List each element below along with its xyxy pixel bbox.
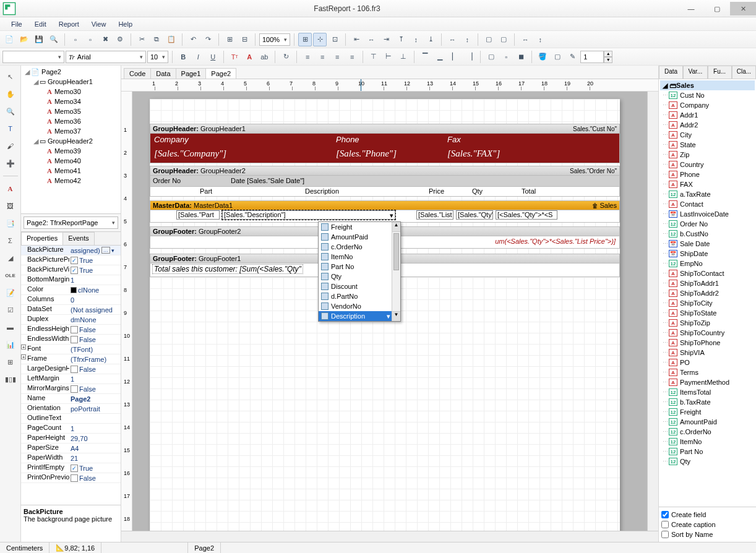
data-field-shiptocontact[interactable]: ⋯AShipToContact <box>660 268 755 278</box>
prop-row-PaperWidth[interactable]: PaperWidth21 <box>21 453 121 463</box>
text-tool[interactable]: T <box>3 121 18 136</box>
align-left-button[interactable]: ≡ <box>301 50 314 64</box>
data-field-addr2[interactable]: ⋯AAddr2 <box>660 120 755 130</box>
data-field-shiptostate[interactable]: ⋯AShipToState <box>660 308 755 318</box>
col-description[interactable]: Description <box>305 187 339 195</box>
show-grid-button[interactable]: ⊞ <box>298 33 312 46</box>
highlight-button[interactable]: ab <box>257 50 271 64</box>
data-field-total[interactable]: [<Sales."Qty">*<S <box>496 210 557 220</box>
same-width-button[interactable]: ↔ <box>518 33 532 46</box>
align-vcenter-button[interactable]: ↕ <box>409 33 423 46</box>
dropdown-scrollbar[interactable]: ▲ ▼ <box>392 222 400 321</box>
align-top-button[interactable]: ⊤ <box>367 50 380 64</box>
align-right-button[interactable]: ≡ <box>330 50 344 64</box>
frame-width-spin[interactable]: ▲▼ <box>580 51 612 63</box>
dropdown-item-description[interactable]: Description▾ <box>319 311 400 321</box>
tab-code[interactable]: Code <box>124 68 151 79</box>
field-phone[interactable]: [Sales."Phone"] <box>336 148 397 159</box>
prop-row-PrintOnPrevio[interactable]: PrintOnPrevio False <box>21 473 121 483</box>
tab-data[interactable]: Data <box>150 68 176 79</box>
shape-object[interactable]: ◢ <box>3 251 18 265</box>
frame-all-button[interactable]: ▢ <box>484 50 498 64</box>
report-tree[interactable]: ◢📄 Page2 ◢▭ GroupHeader1 AMemo30AMemo34A… <box>21 66 121 214</box>
minimize-button[interactable]: — <box>678 2 704 15</box>
data-field-qty[interactable]: ⋯12Qty <box>660 457 755 466</box>
data-field-part[interactable]: [Sales."Part <box>176 210 220 220</box>
zoom-tool[interactable]: 🔍 <box>3 104 18 119</box>
data-field-zip[interactable]: ⋯AZip <box>660 150 755 160</box>
copy-button[interactable]: ⧉ <box>150 33 163 46</box>
open-button[interactable]: 📂 <box>17 33 31 46</box>
select-tool[interactable]: ↖ <box>3 69 18 84</box>
frame-none-button[interactable]: ▫ <box>499 50 513 64</box>
prop-row-BackPicturePr[interactable]: BackPicturePr✓ True <box>21 255 121 265</box>
align-hcenter-button[interactable]: ↔ <box>364 33 378 46</box>
align-left-edge-button[interactable]: ⇤ <box>350 33 363 46</box>
data-field-lastinvoicedate[interactable]: ⋯📅LastInvoiceDate <box>660 209 755 219</box>
frame-color-button[interactable]: ▢ <box>551 50 564 64</box>
opt-create-field[interactable]: Create field <box>661 510 754 520</box>
chart-object[interactable]: 📊 <box>3 337 18 352</box>
group-button[interactable]: ⊞ <box>223 33 236 46</box>
sum-expr[interactable]: um(<Sales."Qty">*<Sales."List Price">)] <box>495 238 616 245</box>
data-field-phone[interactable]: ⋯APhone <box>660 169 755 179</box>
redo-button[interactable]: ↷ <box>201 33 215 46</box>
zoom-combo[interactable]: 100% <box>259 33 290 46</box>
data-field-contact[interactable]: ⋯AContact <box>660 199 755 209</box>
tab-functions[interactable]: Fu... <box>708 66 732 79</box>
data-field-fax[interactable]: ⋯AFAX <box>660 179 755 189</box>
prop-row-Duplex[interactable]: DuplexdmNone <box>21 315 121 325</box>
bold-button[interactable]: B <box>176 50 190 64</box>
gradient-object[interactable]: ▬ <box>3 320 18 335</box>
data-field-empno[interactable]: ⋯12EmpNo <box>660 259 755 268</box>
canvas-vscroll[interactable] <box>647 92 658 531</box>
data-field-b-custno[interactable]: ⋯12b.CustNo <box>660 229 755 239</box>
tree-item-memo37[interactable]: AMemo37 <box>22 126 119 136</box>
dropdown-item-vendorno[interactable]: VendorNo <box>319 301 400 311</box>
band-header-gh2[interactable]: GroupHeader: GroupHeader2 Sales."Order N… <box>150 166 620 176</box>
data-field-paymentmethod[interactable]: ⋯APaymentMethod <box>660 377 755 387</box>
dropdown-item-part-no[interactable]: Part No <box>319 262 400 272</box>
col-price[interactable]: Price <box>429 187 444 195</box>
dropdown-item-discount[interactable]: Discount <box>319 281 400 291</box>
frame-right-button[interactable]: ▕ <box>463 50 476 64</box>
data-field-terms[interactable]: ⋯ATerms <box>660 367 755 377</box>
subreport-object[interactable]: 📑 <box>3 216 18 231</box>
data-field-shiptocity[interactable]: ⋯AShipToCity <box>660 298 755 308</box>
tree-item-memo39[interactable]: AMemo39 <box>22 146 119 156</box>
data-field-a-taxrate[interactable]: ⋯12a.TaxRate <box>660 189 755 199</box>
center-v-button[interactable]: ▢ <box>497 33 510 46</box>
ungroup-button[interactable]: ⊟ <box>238 33 251 46</box>
prop-row-Columns[interactable]: Columns0 <box>21 295 121 305</box>
hand-tool[interactable]: ✋ <box>3 87 18 101</box>
fill-color-button[interactable]: 🪣 <box>536 50 549 64</box>
maximize-button[interactable]: ▢ <box>704 2 730 15</box>
field-fax[interactable]: [Sales."FAX"] <box>447 148 500 159</box>
data-tree[interactable]: ◢ 🗃 Sales ⋯12Cust No⋯ACompany⋯AAddr1⋯AAd… <box>659 79 756 507</box>
ole-object[interactable]: OLE <box>3 268 18 283</box>
dropdown-item-d-partno[interactable]: d.PartNo <box>319 291 400 301</box>
data-field-shipdate[interactable]: ⋯📅ShipDate <box>660 249 755 259</box>
center-h-button[interactable]: ▢ <box>482 33 496 46</box>
new-button[interactable]: 📄 <box>2 33 16 46</box>
font-combo[interactable]: TrArial <box>66 51 146 63</box>
tab-events[interactable]: Events <box>62 232 95 245</box>
align-center-button[interactable]: ≡ <box>316 50 329 64</box>
frame-shadow-button[interactable]: ◼ <box>514 50 528 64</box>
checkbox-object[interactable]: ☑ <box>3 302 18 317</box>
field-company[interactable]: [Sales."Company"] <box>154 148 226 159</box>
new-page-button[interactable]: ▫ <box>69 33 82 46</box>
tab-page1[interactable]: Page1 <box>176 68 207 79</box>
barcode-object[interactable]: ▮▯▮ <box>3 372 18 387</box>
richtext-object[interactable]: 📝 <box>3 285 18 300</box>
data-field-shiptozip[interactable]: ⋯AShipToZip <box>660 318 755 328</box>
tab-classes[interactable]: Cla... <box>732 66 756 79</box>
preview-button[interactable]: 🔍 <box>47 33 61 46</box>
delete-page-button[interactable]: ✖ <box>98 33 112 46</box>
data-field-shiptophone[interactable]: ⋯AShipToPhone <box>660 338 755 348</box>
tree-item-memo36[interactable]: AMemo36 <box>22 116 119 126</box>
data-field-state[interactable]: ⋯AState <box>660 140 755 150</box>
data-field-list[interactable]: [Sales."List <box>416 210 453 220</box>
prop-row-MirrorMargins[interactable]: MirrorMargins False <box>21 384 121 394</box>
col-total[interactable]: Total <box>522 187 536 195</box>
